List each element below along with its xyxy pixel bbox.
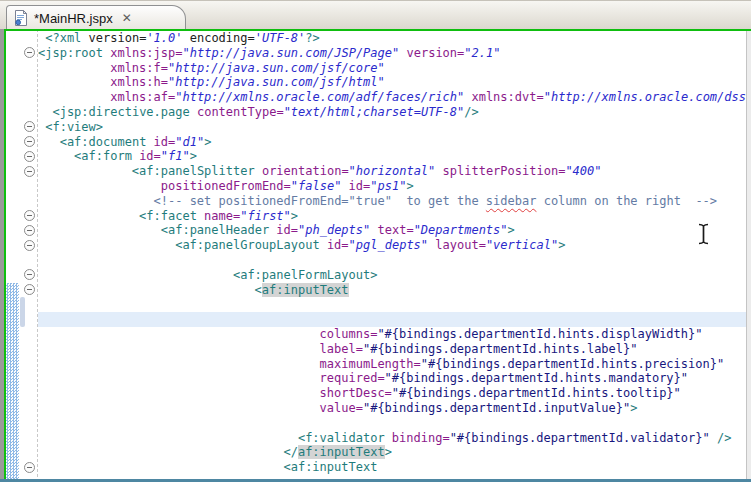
code-token: ?> (305, 31, 319, 45)
code-token: id= (327, 238, 349, 252)
collapse-minus-icon[interactable] (24, 121, 35, 132)
code-token: "#{bindings.departmentId.hints.mandatory… (385, 371, 688, 385)
code-line[interactable]: <f:facet name="first"> (38, 209, 746, 224)
code-token: "400" (565, 164, 601, 178)
code-line[interactable]: <af:inputText (38, 460, 746, 475)
code-token: positionedFromEnd= (161, 179, 291, 193)
code-token: "horizontal" (349, 164, 436, 178)
code-token: xmlns:dvt= (471, 90, 543, 104)
code-token: label= (320, 342, 363, 356)
collapse-minus-icon[interactable] (24, 269, 35, 280)
collapse-minus-icon[interactable] (24, 462, 35, 473)
collapse-minus-icon[interactable] (24, 166, 35, 177)
code-line[interactable]: columns="#{bindings.departmentId.hints.d… (38, 327, 746, 342)
code-line[interactable]: xmlns:f="http://java.sun.com/jsf/core" (38, 61, 746, 76)
collapse-minus-icon[interactable] (24, 47, 35, 58)
code-line[interactable]: <?xml version='1.0' encoding='UTF-8'?> (38, 31, 746, 46)
code-line[interactable] (38, 253, 746, 268)
collapse-minus-icon[interactable] (24, 210, 35, 221)
code-token (341, 179, 348, 193)
code-token: <!-- set positionedFromEnd="true" to get… (154, 194, 486, 208)
code-token: "#{bindings.departmentId.inputValue}" (363, 401, 630, 415)
code-line[interactable]: <!-- set positionedFromEnd="true" to get… (38, 194, 746, 209)
code-line[interactable] (38, 297, 746, 312)
code-token: layout= (435, 238, 486, 252)
code-line[interactable]: </af:inputText> (38, 445, 746, 460)
code-token: "2.1" (464, 46, 500, 60)
code-token: > (190, 149, 197, 163)
code-token: > (630, 401, 637, 415)
code-line[interactable]: <af:inputText (38, 283, 746, 298)
code-token: text= (378, 223, 414, 237)
code-token: <jsp:root (38, 46, 110, 60)
code-token: "ps1" (370, 179, 406, 193)
collapse-minus-icon[interactable] (24, 284, 35, 295)
code-line[interactable] (38, 312, 746, 327)
code-line[interactable]: <jsp:directive.page contentType="text/ht… (38, 105, 746, 120)
code-token: id= (139, 149, 161, 163)
code-token: version= (89, 31, 147, 45)
code-token: value= (320, 401, 363, 415)
code-token: id= (276, 223, 298, 237)
highlight-box-left-edge (4, 29, 6, 482)
code-line[interactable]: required="#{bindings.departmentId.hints.… (38, 371, 746, 386)
code-token: column on the right --> (536, 194, 717, 208)
code-line[interactable] (38, 416, 746, 431)
source-editor-window: *MainHR.jspx ✕ <?xml version='1.0' encod… (0, 0, 751, 482)
code-line[interactable]: <f:validator binding="#{bindings.departm… (38, 431, 746, 446)
code-line[interactable]: <af:document id="d1"> (38, 135, 746, 150)
code-line[interactable]: <jsp:root xmlns:jsp="http://java.sun.com… (38, 46, 746, 61)
code-line[interactable]: maximumLength="#{bindings.departmentId.h… (38, 357, 746, 372)
code-line[interactable]: value="#{bindings.departmentId.inputValu… (38, 401, 746, 416)
code-line[interactable]: <af:panelSplitter orientation="horizonta… (38, 164, 746, 179)
code-token: af:inputText (298, 445, 385, 459)
code-token: sidebar (486, 194, 537, 208)
code-line[interactable]: <af:panelHeader id="ph_depts" text="Depa… (38, 223, 746, 238)
code-token: </ (283, 445, 297, 459)
fold-ruler[interactable] (19, 29, 38, 482)
code-line[interactable]: label="#{bindings.departmentId.hints.lab… (38, 342, 746, 357)
code-token: <f:facet (139, 209, 204, 223)
code-line[interactable]: <af:form id="f1"> (38, 149, 746, 164)
code-line[interactable]: xmlns:h="http://java.sun.com/jsf/html" (38, 75, 746, 90)
code-line[interactable]: xmlns:af="http://xmlns.oracle.com/adf/fa… (38, 90, 746, 105)
code-token (370, 223, 377, 237)
code-token (435, 164, 442, 178)
code-token: contentType= (197, 105, 284, 119)
code-token: id= (349, 179, 371, 193)
code-token (710, 431, 717, 445)
code-token: required= (320, 371, 385, 385)
text-ibeam-cursor (696, 223, 711, 245)
window-right-edge (746, 29, 751, 482)
editor-tab-mainhr[interactable]: *MainHR.jspx ✕ (6, 5, 186, 30)
code-token: "#{bindings.departmentId.hints.precision… (421, 357, 724, 371)
code-token: "http://xmlns.oracle.com/dss/adf (544, 90, 746, 104)
code-token: <jsp:directive.page (52, 105, 197, 119)
code-token: "#{bindings.departmentId.hints.tooltip}" (392, 386, 681, 400)
code-token: < (255, 283, 262, 297)
collapse-minus-icon[interactable] (24, 225, 35, 236)
collapse-minus-icon[interactable] (24, 136, 35, 147)
code-token: <af:panelFormLayout> (233, 268, 378, 282)
close-icon[interactable]: ✕ (122, 12, 132, 24)
code-line[interactable]: positionedFromEnd="false" id="ps1"> (38, 179, 746, 194)
code-token: "pgl_depts" (349, 238, 428, 252)
code-token: "http://xmlns.oracle.com/adf/faces/rich" (175, 90, 464, 104)
code-line[interactable]: <af:panelGroupLayout id="pgl_depts" layo… (38, 238, 746, 253)
code-token: '1.0' (146, 31, 182, 45)
code-line[interactable]: <f:view> (38, 120, 746, 135)
code-token: > (508, 223, 515, 237)
code-token: af:inputText (262, 283, 349, 297)
code-token: <af:inputText (283, 460, 377, 474)
code-token: xmlns:h= (110, 75, 168, 89)
code-token: > (204, 135, 211, 149)
code-area[interactable]: <?xml version='1.0' encoding='UTF-8'?><j… (38, 31, 746, 482)
code-line[interactable]: shortDesc="#{bindings.departmentId.hints… (38, 386, 746, 401)
code-token: name= (204, 209, 240, 223)
code-line[interactable]: <af:panelFormLayout> (38, 268, 746, 283)
collapse-minus-icon[interactable] (24, 151, 35, 162)
code-token: > (406, 179, 413, 193)
code-token: <af:document (60, 135, 154, 149)
code-token: "Departments" (414, 223, 508, 237)
collapse-minus-icon[interactable] (24, 240, 35, 251)
